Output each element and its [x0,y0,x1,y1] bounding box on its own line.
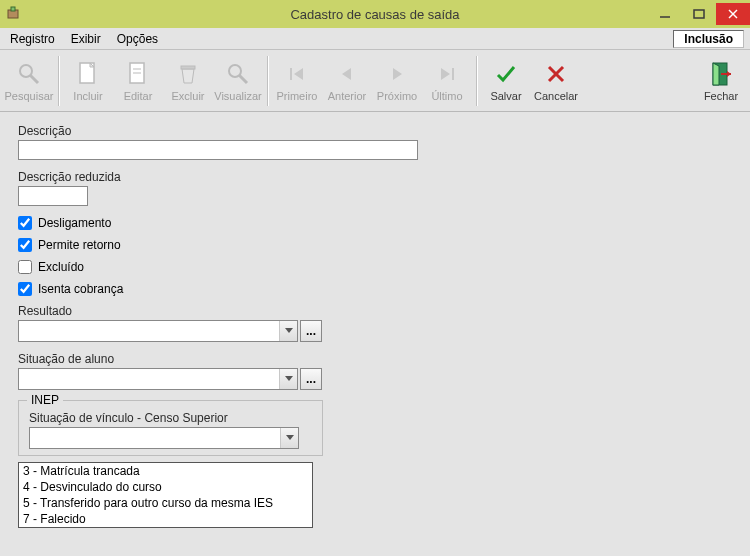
trash-icon [174,60,202,88]
chevron-down-icon [279,369,297,389]
toolbar-label: Próximo [377,90,417,102]
minimize-button[interactable] [648,3,682,25]
descricao-label: Descrição [18,124,732,138]
descricao-reduzida-label: Descrição reduzida [18,170,732,184]
isenta-cobranca-checkbox[interactable]: Isenta cobrança [18,282,732,296]
checkbox-box[interactable] [18,216,32,230]
svg-marker-24 [713,63,719,85]
separator [476,56,477,106]
toolbar-label: Editar [124,90,153,102]
menubar: Registro Exibir Opções Inclusão [0,28,750,50]
separator [267,56,268,106]
svg-marker-28 [285,376,293,381]
inep-group: INEP Situação de vínculo - Censo Superio… [18,400,323,456]
permite-retorno-checkbox[interactable]: Permite retorno [18,238,732,252]
dropdown-option[interactable]: 5 - Transferido para outro curso da mesm… [19,495,312,511]
next-icon [383,60,411,88]
checkbox-box[interactable] [18,238,32,252]
toolbar-label: Último [431,90,462,102]
titlebar: Cadastro de causas de saída [0,0,750,28]
descricao-input[interactable] [18,140,418,160]
svg-rect-1 [11,7,15,11]
separator [58,56,59,106]
checkbox-label: Isenta cobrança [38,282,123,296]
excluir-button[interactable]: Excluir [163,53,213,109]
menu-opcoes[interactable]: Opções [109,30,166,48]
svg-marker-29 [286,435,294,440]
svg-marker-16 [294,68,303,80]
salvar-button[interactable]: Salvar [481,53,531,109]
incluir-button[interactable]: Incluir [63,53,113,109]
svg-marker-19 [441,68,450,80]
chevron-down-icon [279,321,297,341]
toolbar-label: Anterior [328,90,367,102]
close-button[interactable] [716,3,750,25]
window-title: Cadastro de causas de saída [290,7,459,22]
vinculo-label: Situação de vínculo - Censo Superior [29,411,312,425]
check-icon [492,60,520,88]
maximize-button[interactable] [682,3,716,25]
menu-registro[interactable]: Registro [2,30,63,48]
resultado-select[interactable] [18,320,298,342]
situacao-select[interactable] [18,368,298,390]
checkbox-label: Permite retorno [38,238,121,252]
edit-page-icon [124,60,152,88]
svg-marker-26 [727,71,731,77]
app-icon [6,6,22,22]
toolbar-label: Visualizar [214,90,262,102]
editar-button[interactable]: Editar [113,53,163,109]
checkbox-box[interactable] [18,260,32,274]
cancelar-button[interactable]: Cancelar [531,53,581,109]
fechar-button[interactable]: Fechar [696,53,746,109]
form-content: Descrição Descrição reduzida Desligament… [0,112,750,556]
dropdown-option[interactable]: 7 - Falecido [19,511,312,527]
last-icon [433,60,461,88]
x-icon [542,60,570,88]
door-icon [707,60,735,88]
svg-line-14 [239,75,247,83]
dropdown-option[interactable]: 3 - Matrícula trancada [19,463,312,479]
dropdown-option[interactable]: 4 - Desvinculado do curso [19,479,312,495]
toolbar-label: Fechar [704,90,738,102]
pesquisar-button[interactable]: Pesquisar [4,53,54,109]
descricao-reduzida-input[interactable] [18,186,88,206]
vinculo-dropdown-list[interactable]: 3 - Matrícula trancada 4 - Desvinculado … [18,462,313,528]
search-icon [15,60,43,88]
first-icon [283,60,311,88]
view-icon [224,60,252,88]
checkbox-label: Excluído [38,260,84,274]
checkbox-label: Desligamento [38,216,111,230]
visualizar-button[interactable]: Visualizar [213,53,263,109]
proximo-button[interactable]: Próximo [372,53,422,109]
svg-rect-3 [694,10,704,18]
chevron-down-icon [280,428,298,448]
prev-icon [333,60,361,88]
svg-line-7 [30,75,38,83]
situacao-lookup-button[interactable]: ... [300,368,322,390]
toolbar-label: Salvar [490,90,521,102]
svg-rect-20 [452,68,454,80]
checkbox-box[interactable] [18,282,32,296]
toolbar: Pesquisar Incluir Editar Excluir Visuali… [0,50,750,112]
anterior-button[interactable]: Anterior [322,53,372,109]
toolbar-label: Excluir [171,90,204,102]
excluido-checkbox[interactable]: Excluído [18,260,732,274]
svg-marker-27 [285,328,293,333]
menu-exibir[interactable]: Exibir [63,30,109,48]
inep-legend: INEP [27,393,63,407]
situacao-label: Situação de aluno [18,352,732,366]
svg-rect-15 [290,68,292,80]
resultado-label: Resultado [18,304,732,318]
vinculo-select[interactable] [29,427,299,449]
toolbar-label: Cancelar [534,90,578,102]
desligamento-checkbox[interactable]: Desligamento [18,216,732,230]
primeiro-button[interactable]: Primeiro [272,53,322,109]
toolbar-label: Pesquisar [5,90,54,102]
toolbar-label: Primeiro [277,90,318,102]
toolbar-label: Incluir [73,90,102,102]
resultado-lookup-button[interactable]: ... [300,320,322,342]
svg-marker-17 [342,68,351,80]
mode-indicator: Inclusão [673,30,744,48]
ultimo-button[interactable]: Último [422,53,472,109]
svg-rect-12 [181,66,195,69]
